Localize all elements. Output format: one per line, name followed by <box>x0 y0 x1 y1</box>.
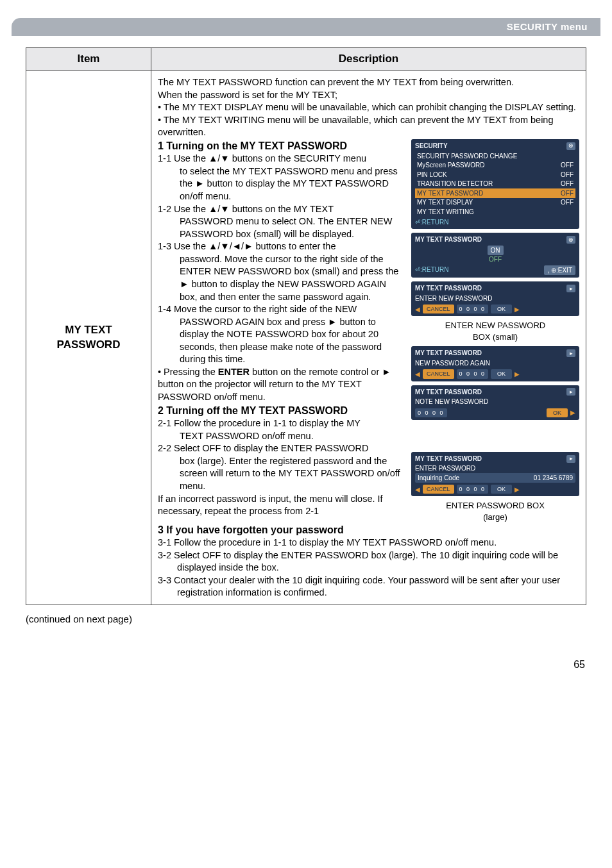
inquiring-code-row: Inquiring Code 01 2345 6789 <box>415 473 575 483</box>
step-3-1: 3-1 Follow the procedure in 1-1 to displ… <box>158 537 579 549</box>
intro-p4: • The MY TEXT WRITING menu will be unava… <box>158 114 579 139</box>
pw-digits[interactable]: 0 0 0 0 <box>457 485 489 494</box>
step-2-2-cont: box (large). Enter the registered passwo… <box>158 455 402 493</box>
col-header-item: Item <box>26 48 151 71</box>
left-arrow-icon[interactable]: ◀ <box>415 485 420 494</box>
ok-button[interactable]: OK <box>491 485 512 494</box>
note-pw-label: NOTE NEW PASSWORD <box>415 397 575 406</box>
off-option[interactable]: OFF <box>415 255 575 264</box>
pw-digits[interactable]: 0 0 0 0 <box>457 369 489 378</box>
cancel-button[interactable]: CANCEL <box>423 369 454 378</box>
ok-button[interactable]: OK <box>491 305 512 313</box>
sec3-heading: 3 If you have forgotten your password <box>158 523 579 537</box>
pw-again-title: MY TEXT PASSWORD <box>415 349 482 358</box>
step-1-2: 1-2 Use the ▲/▼ buttons on the MY TEXT <box>158 203 402 216</box>
section-header-band: SECURITY menu <box>12 18 600 36</box>
left-arrow-icon[interactable]: ◀ <box>415 370 420 379</box>
menu-row-mytextdisplay[interactable]: MY TEXT DISPLAYOFF <box>415 198 575 208</box>
enter-new-pw-panel: MY TEXT PASSWORD ▸ ENTER NEW PASSWORD ◀ … <box>411 281 579 316</box>
step-1-2-cont: PASSWORD menu to select ON. The ENTER NE… <box>158 215 402 240</box>
left-arrow-icon[interactable]: ◀ <box>415 305 420 314</box>
menu-row-transition[interactable]: TRANSITION DETECTOROFF <box>415 179 575 189</box>
intro-p3: • The MY TEXT DISPLAY menu will be unava… <box>158 101 579 114</box>
enter-pw-large-panel: MY TEXT PASSWORD ▸ ENTER PASSWORD Inquir… <box>411 452 579 497</box>
step-1-4-cont: PASSWORD AGAIN box and press ► button to… <box>158 316 402 366</box>
onoff-return: ⏎:RETURN <box>415 265 448 276</box>
ok-button[interactable]: OK <box>547 408 568 417</box>
menu-row-myscreen[interactable]: MyScreen PASSWORDOFF <box>415 161 575 171</box>
menu-row-spc[interactable]: SECURITY PASSWORD CHANGE <box>415 151 575 161</box>
right-arrow-icon[interactable]: ▶ <box>514 370 520 379</box>
enter-new-pw-caption: ENTER NEW PASSWORD BOX (small) <box>411 320 579 342</box>
menu-row-mytextwriting[interactable]: MY TEXT WRITING <box>415 207 575 217</box>
item-name-cell: MY TEXT PASSWORD <box>26 71 151 605</box>
step-2-1: 2-1 Follow the procedure in 1-1 to displ… <box>158 417 402 430</box>
desc-left-column: 1 Turning on the MY TEXT PASSWORD 1-1 Us… <box>158 139 407 523</box>
step-2-2: 2-2 Select OFF to display the ENTER PASS… <box>158 442 402 455</box>
nav-icon[interactable]: ▸ <box>566 285 575 292</box>
step-1-note: • Pressing the ENTER button on the remot… <box>158 366 402 404</box>
continued-note: (continued on next page) <box>26 613 586 626</box>
widgets-column: SECURITY ⊗ SECURITY PASSWORD CHANGE MySc… <box>411 139 579 523</box>
settings-table: Item Description MY TEXT PASSWORD The MY… <box>26 47 586 605</box>
ok-button[interactable]: OK <box>491 369 512 378</box>
description-cell: The MY TEXT PASSWORD function can preven… <box>151 71 586 605</box>
intro-p2: When the password is set for the MY TEXT… <box>158 89 579 102</box>
pw-again-panel: MY TEXT PASSWORD ▸ NEW PASSWORD AGAIN ◀ … <box>411 346 579 381</box>
step-1-4: 1-4 Move the cursor to the right side of… <box>158 303 402 316</box>
step-1-3: 1-3 Use the ▲/▼/◄/► buttons to enter the <box>158 240 402 253</box>
menu-row-pinlock[interactable]: PIN LOCKOFF <box>415 170 575 179</box>
step-1-1-cont: to select the MY TEXT PASSWORD menu and … <box>158 165 402 203</box>
nav-icon[interactable]: ▸ <box>566 455 575 463</box>
pw-digits[interactable]: 0 0 0 0 <box>457 305 489 313</box>
step-2-1-cont: TEXT PASSWORD on/off menu. <box>158 430 402 443</box>
security-menu-footer: ⏎:RETURN <box>415 218 575 227</box>
note-pw-title: MY TEXT PASSWORD <box>415 388 482 397</box>
enter-new-pw-label: ENTER NEW PASSWORD <box>415 294 575 303</box>
sec1-heading: 1 Turning on the MY TEXT PASSWORD <box>158 139 402 153</box>
enter-new-pw-title: MY TEXT PASSWORD <box>415 284 482 293</box>
page-number: 65 <box>0 645 612 691</box>
nav-icon[interactable]: ▸ <box>566 388 575 396</box>
col-header-description: Description <box>151 48 586 71</box>
enter-pw-large-title: MY TEXT PASSWORD <box>415 455 482 463</box>
enter-pw-large-caption: ENTER PASSWORD BOX (large) <box>411 500 579 522</box>
cancel-button[interactable]: CANCEL <box>423 485 454 494</box>
enter-pw-large-label: ENTER PASSWORD <box>415 464 575 473</box>
close-icon[interactable]: ⊗ <box>566 236 575 244</box>
page-body: Item Description MY TEXT PASSWORD The MY… <box>0 47 612 645</box>
step-3-2: 3-2 Select OFF to display the ENTER PASS… <box>158 549 579 574</box>
step-3-3: 3-3 Contact your dealer with the 10 digi… <box>158 574 579 599</box>
right-arrow-icon[interactable]: ▶ <box>514 305 520 314</box>
pw-again-label: NEW PASSWORD AGAIN <box>415 359 575 368</box>
step-1-1: 1-1 Use the ▲/▼ buttons on the SECURITY … <box>158 153 402 165</box>
nav-icon[interactable]: ▸ <box>566 349 575 357</box>
right-arrow-icon[interactable]: ▶ <box>514 485 520 494</box>
cancel-button[interactable]: CANCEL <box>423 305 454 313</box>
note-pw-panel: MY TEXT PASSWORD ▸ NOTE NEW PASSWORD 0 0… <box>411 385 579 420</box>
item-name-line1: MY TEXT <box>27 323 150 338</box>
onoff-title: MY TEXT PASSWORD <box>415 235 482 244</box>
on-option[interactable]: ON <box>488 246 504 256</box>
menu-row-mytextpw-highlighted[interactable]: MY TEXT PASSWORDOFF <box>415 188 575 198</box>
pw-digits: 0 0 0 0 <box>415 408 447 417</box>
right-arrow-icon[interactable]: ▶ <box>570 408 575 417</box>
step-2-note: If an incorrect password is input, the m… <box>158 493 402 518</box>
close-icon[interactable]: ⊗ <box>566 142 575 150</box>
item-name-line2: PASSWORD <box>27 338 150 353</box>
security-menu-panel: SECURITY ⊗ SECURITY PASSWORD CHANGE MySc… <box>411 139 579 230</box>
onoff-exit[interactable]: , ⊕:EXIT <box>544 265 575 276</box>
enter-keyword: ENTER <box>218 367 250 377</box>
onoff-panel: MY TEXT PASSWORD ⊗ ON OFF ⏎:RETURN , ⊕:E… <box>411 233 579 278</box>
section-title: SECURITY menu <box>507 21 588 33</box>
step-1-3-cont: password. Move the cursor to the right s… <box>158 253 402 303</box>
security-menu-title: SECURITY <box>415 142 448 151</box>
intro-p1: The MY TEXT PASSWORD function can preven… <box>158 76 579 89</box>
sec2-heading: 2 Turning off the MY TEXT PASSWORD <box>158 404 402 418</box>
